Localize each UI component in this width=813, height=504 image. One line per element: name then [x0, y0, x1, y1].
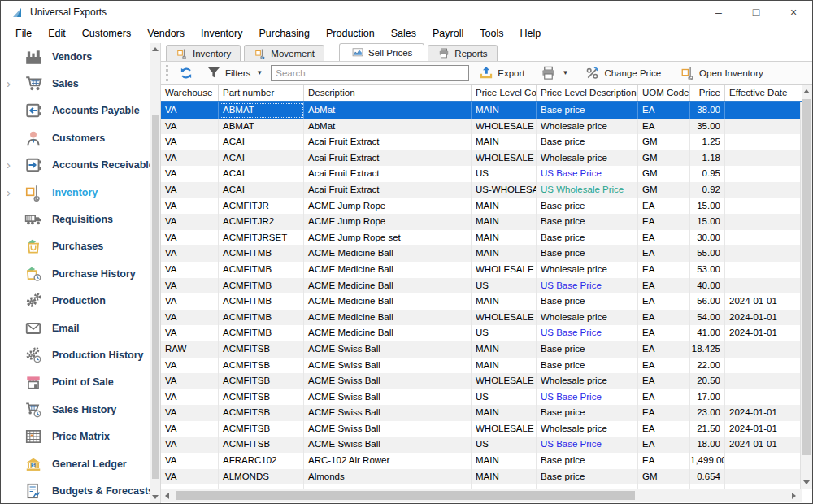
sidebar-scrollbar[interactable] — [150, 43, 160, 503]
close-button[interactable]: × — [775, 1, 812, 24]
change-price-button[interactable]: Change Price — [581, 64, 664, 82]
table-row[interactable]: VAALMONDSAlmondsMAINBase priceGM0.654 — [161, 469, 802, 485]
envelope-icon — [22, 318, 44, 338]
print-button[interactable]: ▼ — [537, 64, 572, 82]
cell-warehouse: VA — [161, 166, 219, 182]
table-row[interactable]: VAACMFITSBACME Swiss BallUSUS Base Price… — [161, 437, 802, 453]
sidebar-scroll-thumb[interactable] — [152, 115, 159, 479]
sidebar-item-requisitions[interactable]: Requisitions — [1, 206, 150, 232]
sidebar-item-inventory[interactable]: ›Inventory — [1, 179, 150, 206]
sidebar-item-accounts-receivable[interactable]: ›Accounts Receivable — [1, 152, 150, 179]
sidebar-item-email[interactable]: Email — [1, 315, 150, 341]
table-row[interactable]: VAACMFITSBACME Swiss BallUSUS Base Price… — [161, 389, 802, 406]
column-header-uom[interactable]: UOM Code — [638, 85, 690, 101]
sidebar-item-purchases[interactable]: Purchases — [1, 233, 150, 260]
table-row[interactable]: VAABMATAbMatMAINBase priceEA38.00 — [161, 102, 802, 119]
table-horizontal-scrollbar[interactable] — [161, 489, 802, 502]
menu-item-file[interactable]: File — [7, 25, 40, 41]
cell-price: 0.92 — [690, 182, 725, 198]
table-row[interactable]: VAACMFITSBACME Swiss BallWHOLESALEWholes… — [161, 421, 802, 437]
table-row[interactable]: VAACMFITMBACME Medicine BallUSUS Base Pr… — [161, 278, 802, 294]
column-header-desc[interactable]: Description — [304, 85, 472, 101]
maximize-button[interactable]: □ — [737, 1, 775, 24]
truck-icon — [22, 210, 44, 230]
sidebar-item-point-of-sale[interactable]: Point of Sale — [1, 369, 150, 396]
sidebar-item-sales-history[interactable]: Sales History — [1, 396, 150, 423]
sidebar-item-sales[interactable]: ›Sales — [1, 70, 150, 97]
sidebar-item-general-ledger[interactable]: SGeneral Ledger — [1, 450, 150, 477]
menu-item-edit[interactable]: Edit — [40, 25, 74, 41]
sidebar-item-price-matrix[interactable]: Price Matrix — [1, 423, 150, 450]
chevron-right-icon[interactable]: › — [7, 189, 11, 197]
storefront-icon — [22, 372, 44, 393]
cell-uom: GM — [638, 134, 690, 150]
table-row[interactable]: VAACMFITSBACME Swiss BallWHOLESALEWholes… — [161, 373, 802, 389]
cell-price: 0.654 — [690, 469, 725, 485]
sidebar-item-purchase-history[interactable]: Purchase History — [1, 260, 150, 287]
table-row[interactable]: VAACMFITJR2ACME Jump RopeMAINBase priceE… — [161, 214, 802, 230]
chevron-right-icon[interactable]: › — [7, 161, 11, 169]
column-header-plc[interactable]: Price Level Code — [472, 85, 537, 101]
sidebar-item-production[interactable]: Production — [1, 288, 150, 315]
scroll-down-icon[interactable] — [803, 480, 810, 484]
toolbar-grip[interactable] — [166, 65, 169, 81]
table-row[interactable]: VAACMFITMBACME Medicine BallWHOLESALEWho… — [161, 310, 802, 326]
tab-inventory[interactable]: Inventory — [166, 45, 241, 61]
tab-label: Inventory — [193, 49, 231, 59]
cell-warehouse: VA — [161, 119, 219, 135]
refresh-button[interactable] — [176, 64, 197, 82]
table-row[interactable]: VAAFRARC102ARC-102 Air RowerMAINBase pri… — [161, 453, 802, 469]
table-row[interactable]: VAABMATAbMatWHOLESALEWholesale priceEA35… — [161, 119, 802, 135]
sidebar-item-production-history[interactable]: Production History — [1, 341, 150, 368]
table-vertical-scrollbar[interactable] — [800, 85, 812, 489]
chevron-right-icon[interactable]: › — [7, 80, 11, 88]
scroll-down-icon[interactable] — [152, 495, 159, 499]
sidebar-item-customers[interactable]: Customers — [1, 124, 150, 151]
sidebar-item-vendors[interactable]: Vendors — [1, 43, 150, 70]
table-row[interactable]: VAACMFITSBACME Swiss BallMAINBase priceE… — [161, 358, 802, 374]
menu-item-tools[interactable]: Tools — [472, 25, 511, 41]
sidebar-item-budgets-forecasts[interactable]: Budgets & Forecasts — [1, 477, 150, 503]
table-row[interactable]: VAACMFITJRACME Jump RopeMAINBase priceEA… — [161, 198, 802, 215]
menu-item-sales[interactable]: Sales — [383, 25, 424, 41]
table-row[interactable]: VAACAIAcai Fruit ExtractUSUS Base PriceG… — [161, 166, 802, 182]
vertical-scroll-thumb[interactable] — [802, 99, 811, 455]
menu-item-inventory[interactable]: Inventory — [193, 25, 250, 41]
column-header-pld[interactable]: Price Level Description — [537, 85, 638, 101]
table-row[interactable]: VAACMFITMBACME Medicine BallMAINBase pri… — [161, 293, 802, 310]
column-header-part[interactable]: Part number — [219, 85, 304, 101]
table-row[interactable]: VAACAIAcai Fruit ExtractMAINBase priceGM… — [161, 134, 802, 150]
open-inventory-button[interactable]: Open Inventory — [677, 64, 767, 82]
menu-item-production[interactable]: Production — [318, 25, 383, 41]
minimize-button[interactable]: – — [700, 1, 737, 24]
scroll-left-icon[interactable] — [165, 493, 169, 499]
scroll-up-icon[interactable] — [152, 47, 159, 51]
search-input[interactable] — [271, 65, 469, 81]
tab-reports[interactable]: Reports — [428, 45, 497, 61]
table-row[interactable]: VAACMFITJRSETACME Jump Rope setMAINBase … — [161, 230, 802, 246]
tab-movement[interactable]: Movement — [244, 45, 324, 61]
tab-sell-prices[interactable]: Sell Prices — [339, 43, 424, 61]
table-row[interactable]: RAWACMFITSBACME Swiss BallMAINBase price… — [161, 341, 802, 358]
menu-item-help[interactable]: Help — [511, 25, 549, 41]
column-header-effdate[interactable]: Effective Date — [725, 85, 802, 101]
column-header-warehouse[interactable]: Warehouse — [161, 85, 219, 101]
scroll-right-icon[interactable] — [792, 493, 796, 499]
export-button[interactable]: Export — [476, 64, 528, 81]
menu-item-customers[interactable]: Customers — [74, 25, 139, 41]
cell-warehouse: VA — [161, 150, 219, 167]
table-row[interactable]: VAACAIAcai Fruit ExtractUS-WHOLESALEUS W… — [161, 182, 802, 198]
sidebar-item-accounts-payable[interactable]: Accounts Payable — [1, 98, 150, 124]
menu-item-vendors[interactable]: Vendors — [139, 25, 193, 41]
column-header-price[interactable]: Price — [690, 85, 725, 101]
horizontal-scroll-thumb[interactable] — [176, 491, 635, 500]
scroll-up-icon[interactable] — [803, 89, 810, 93]
table-row[interactable]: VAACMFITMBACME Medicine BallWHOLESALEWho… — [161, 262, 802, 278]
menu-item-payroll[interactable]: Payroll — [424, 25, 472, 41]
table-row[interactable]: VAACMFITMBACME Medicine BallMAINBase pri… — [161, 245, 802, 262]
filters-button[interactable]: Filters ▼ — [203, 64, 266, 81]
table-row[interactable]: VAACAIAcai Fruit ExtractWHOLESALEWholesa… — [161, 150, 802, 167]
table-row[interactable]: VAACMFITSBACME Swiss BallMAINBase priceE… — [161, 405, 802, 421]
menu-item-purchasing[interactable]: Purchasing — [250, 25, 318, 41]
table-row[interactable]: VAACMFITMBACME Medicine BallUSUS Base Pr… — [161, 325, 802, 341]
